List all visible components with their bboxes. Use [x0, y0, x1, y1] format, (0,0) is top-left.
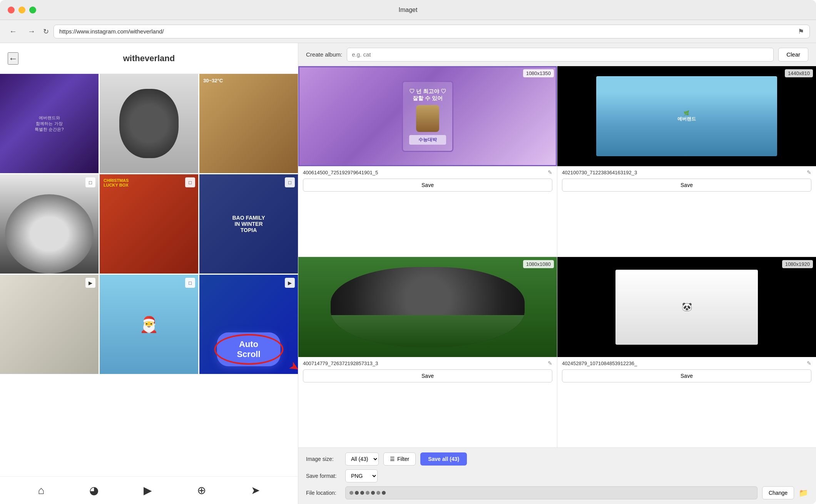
- file-location-bar: [345, 486, 757, 499]
- feed-back-button[interactable]: ←: [8, 52, 18, 65]
- maximize-button[interactable]: [29, 7, 36, 13]
- multi-icon: □: [189, 180, 192, 185]
- list-item[interactable]: BAO FAMILYIN WINTERTOPIA □: [199, 174, 298, 274]
- auto-scroll-button[interactable]: Auto Scroll: [217, 332, 280, 366]
- multi-icon: ▶: [89, 280, 92, 286]
- create-album-label: Create album:: [306, 51, 342, 58]
- image-filename: 400614500_725192979641901_5: [303, 170, 545, 175]
- right-topbar: Create album: Clear: [298, 43, 816, 66]
- file-location-label: File location:: [306, 490, 341, 496]
- image-save-button[interactable]: Save: [303, 369, 552, 382]
- edit-icon[interactable]: ✎: [548, 360, 552, 366]
- forward-button[interactable]: →: [25, 25, 38, 37]
- feed-username: witheverland: [123, 53, 175, 63]
- feed-grid-wrapper: 에버랜드와함께하는 가장특별한 순간은? 30~32°C: [0, 74, 298, 476]
- image-card: ♡ 넌 최고야 ♡잘할 수 있어 수능대박 1080x1350 40061450…: [298, 66, 557, 257]
- album-input[interactable]: [347, 48, 774, 62]
- nav-home-button[interactable]: ⌂: [38, 484, 45, 497]
- location-dot: [355, 491, 359, 495]
- image-save-button[interactable]: Save: [303, 179, 552, 192]
- right-panel: Create album: Clear ♡ 넌 최고야 ♡잘할 수 있어 수능대…: [298, 43, 816, 504]
- list-item[interactable]: ▶ Auto Scroll ➤: [199, 275, 298, 374]
- list-item[interactable]: ▶: [0, 275, 99, 374]
- multi-icon: □: [189, 280, 192, 286]
- format-select[interactable]: PNG JPG WEBP: [345, 469, 378, 482]
- image-save-button[interactable]: Save: [562, 179, 811, 192]
- auto-scroll-wrapper: Auto Scroll ➤: [217, 332, 280, 366]
- traffic-lights: [8, 7, 36, 13]
- minimize-button[interactable]: [18, 7, 25, 13]
- feed-panel: ← witheverland 에버랜드와함께하는 가장특별한 순간은?: [0, 43, 298, 504]
- multi-icon: ▶: [288, 280, 292, 286]
- list-item[interactable]: 🎅 □: [100, 275, 198, 374]
- location-dot: [382, 491, 386, 495]
- edit-icon[interactable]: ✎: [807, 360, 811, 366]
- image-dimensions: 1080x1920: [782, 260, 813, 268]
- location-dot: [349, 491, 353, 495]
- close-button[interactable]: [8, 7, 15, 13]
- save-all-button[interactable]: Save all (43): [420, 452, 467, 466]
- image-card: 1080x1080 400714779_726372192857313_3 ✎ …: [298, 257, 557, 447]
- save-format-label: Save format:: [306, 473, 341, 479]
- reload-button[interactable]: ↻: [43, 27, 49, 36]
- change-button[interactable]: Change: [762, 486, 794, 499]
- main-content: ← witheverland 에버랜드와함께하는 가장특별한 순간은?: [0, 43, 816, 504]
- location-dot: [366, 491, 370, 495]
- image-preview: ♡ 넌 최고야 ♡잘할 수 있어 수능대박 1080x1350: [298, 66, 557, 166]
- edit-icon[interactable]: ✎: [807, 169, 811, 175]
- image-save-row: Save: [298, 369, 557, 387]
- list-item[interactable]: □: [0, 174, 99, 274]
- images-grid: ♡ 넌 최고야 ♡잘할 수 있어 수능대박 1080x1350 40061450…: [298, 66, 816, 447]
- multi-overlay: □: [285, 177, 295, 187]
- list-item[interactable]: 30~32°C: [199, 74, 298, 173]
- list-item[interactable]: [100, 74, 198, 173]
- filter-label: Filter: [397, 456, 409, 462]
- multi-overlay: □: [85, 177, 95, 187]
- image-dimensions: 1080x1080: [523, 260, 554, 268]
- multi-icon: □: [288, 180, 291, 185]
- bottom-controls: Image size: All (43) ☰ Filter Save all (…: [298, 447, 816, 504]
- back-button[interactable]: ←: [6, 25, 20, 37]
- share-icon[interactable]: ⚑: [798, 27, 804, 36]
- image-info: 402452879_1071084853912236_ ✎: [557, 357, 816, 369]
- save-format-row: Save format: PNG JPG WEBP: [306, 469, 808, 482]
- nav-dm-button[interactable]: ➤: [251, 484, 260, 497]
- location-dot: [360, 491, 364, 495]
- image-dimensions: 1440x810: [785, 69, 813, 77]
- image-info: 402100730_712238364163192_3 ✎: [557, 166, 816, 179]
- multi-overlay: ▶: [85, 278, 95, 288]
- nav-explore-button[interactable]: ◕: [89, 484, 99, 497]
- image-size-select[interactable]: All (43): [345, 452, 379, 466]
- image-preview: 🐼 1080x1920: [557, 257, 816, 357]
- filter-icon: ☰: [390, 456, 395, 462]
- feed-header: ← witheverland: [0, 43, 298, 74]
- location-dot: [371, 491, 375, 495]
- feed-nav: ⌂ ◕ ▶ ⊕ ➤: [0, 476, 298, 504]
- image-save-button[interactable]: Save: [562, 369, 811, 382]
- filter-button[interactable]: ☰ Filter: [383, 452, 416, 466]
- list-item[interactable]: CHRISTMASLUCKY BOX □: [100, 174, 198, 274]
- image-size-row: Image size: All (43) ☰ Filter Save all (…: [306, 452, 808, 466]
- multi-overlay: ▶: [285, 278, 295, 288]
- location-dot: [376, 491, 380, 495]
- url-text: https://www.instagram.com/witheverland/: [59, 28, 164, 35]
- nav-add-button[interactable]: ⊕: [197, 484, 206, 497]
- clear-button[interactable]: Clear: [778, 48, 808, 62]
- image-save-row: Save: [298, 179, 557, 196]
- image-filename: 400714779_726372192857313_3: [303, 360, 545, 366]
- multi-overlay: □: [185, 278, 195, 288]
- multi-icon: □: [89, 180, 92, 185]
- window-title: Imaget: [399, 7, 418, 13]
- feed-grid: 에버랜드와함께하는 가장특별한 순간은? 30~32°C: [0, 74, 298, 374]
- image-dimensions: 1080x1350: [523, 69, 554, 77]
- folder-icon[interactable]: 📁: [799, 488, 808, 497]
- image-save-row: Save: [557, 369, 816, 387]
- list-item[interactable]: 에버랜드와함께하는 가장특별한 순간은?: [0, 74, 99, 173]
- multi-overlay: □: [185, 177, 195, 187]
- image-info: 400614500_725192979641901_5 ✎: [298, 166, 557, 179]
- browser-toolbar: ← → ↻ https://www.instagram.com/withever…: [0, 20, 816, 43]
- nav-reels-button[interactable]: ▶: [144, 484, 152, 497]
- image-preview: 🌿에버랜드 1440x810: [557, 66, 816, 166]
- image-save-row: Save: [557, 179, 816, 196]
- edit-icon[interactable]: ✎: [548, 169, 552, 175]
